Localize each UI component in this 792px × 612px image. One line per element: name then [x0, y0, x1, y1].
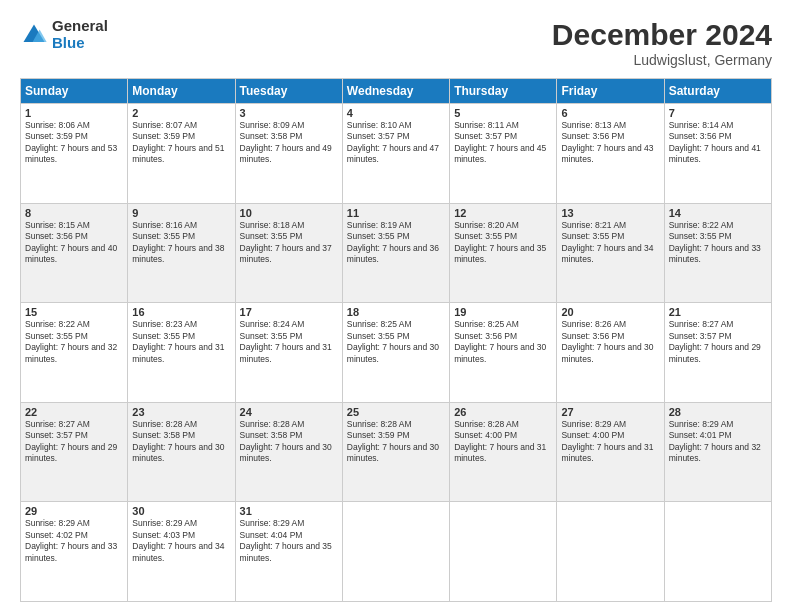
day-number: 6 — [561, 107, 659, 119]
weekday-header-row: Sunday Monday Tuesday Wednesday Thursday… — [21, 79, 772, 104]
day-number: 28 — [669, 406, 767, 418]
calendar-cell: 15Sunrise: 8:22 AMSunset: 3:55 PMDayligh… — [21, 303, 128, 403]
day-info: Sunrise: 8:28 AMSunset: 4:00 PMDaylight:… — [454, 419, 552, 465]
day-info: Sunrise: 8:29 AMSunset: 4:04 PMDaylight:… — [240, 518, 338, 564]
day-info: Sunrise: 8:28 AMSunset: 3:59 PMDaylight:… — [347, 419, 445, 465]
day-number: 7 — [669, 107, 767, 119]
day-number: 23 — [132, 406, 230, 418]
calendar-cell: 30Sunrise: 8:29 AMSunset: 4:03 PMDayligh… — [128, 502, 235, 602]
day-info: Sunrise: 8:22 AMSunset: 3:55 PMDaylight:… — [25, 319, 123, 365]
calendar-cell: 20Sunrise: 8:26 AMSunset: 3:56 PMDayligh… — [557, 303, 664, 403]
day-info: Sunrise: 8:29 AMSunset: 4:02 PMDaylight:… — [25, 518, 123, 564]
header-friday: Friday — [557, 79, 664, 104]
calendar-cell: 7Sunrise: 8:14 AMSunset: 3:56 PMDaylight… — [664, 104, 771, 204]
day-info: Sunrise: 8:28 AMSunset: 3:58 PMDaylight:… — [240, 419, 338, 465]
calendar-cell: 9Sunrise: 8:16 AMSunset: 3:55 PMDaylight… — [128, 203, 235, 303]
day-info: Sunrise: 8:14 AMSunset: 3:56 PMDaylight:… — [669, 120, 767, 166]
day-number: 15 — [25, 306, 123, 318]
calendar-cell: 21Sunrise: 8:27 AMSunset: 3:57 PMDayligh… — [664, 303, 771, 403]
calendar-cell: 22Sunrise: 8:27 AMSunset: 3:57 PMDayligh… — [21, 402, 128, 502]
day-info: Sunrise: 8:09 AMSunset: 3:58 PMDaylight:… — [240, 120, 338, 166]
day-number: 17 — [240, 306, 338, 318]
day-info: Sunrise: 8:23 AMSunset: 3:55 PMDaylight:… — [132, 319, 230, 365]
day-info: Sunrise: 8:24 AMSunset: 3:55 PMDaylight:… — [240, 319, 338, 365]
day-info: Sunrise: 8:19 AMSunset: 3:55 PMDaylight:… — [347, 220, 445, 266]
month-title: December 2024 — [552, 18, 772, 52]
day-number: 3 — [240, 107, 338, 119]
day-number: 1 — [25, 107, 123, 119]
day-number: 24 — [240, 406, 338, 418]
calendar-cell: 23Sunrise: 8:28 AMSunset: 3:58 PMDayligh… — [128, 402, 235, 502]
day-number: 5 — [454, 107, 552, 119]
day-number: 27 — [561, 406, 659, 418]
day-info: Sunrise: 8:18 AMSunset: 3:55 PMDaylight:… — [240, 220, 338, 266]
logo-blue-text: Blue — [52, 35, 108, 52]
day-info: Sunrise: 8:29 AMSunset: 4:01 PMDaylight:… — [669, 419, 767, 465]
day-number: 12 — [454, 207, 552, 219]
day-info: Sunrise: 8:27 AMSunset: 3:57 PMDaylight:… — [25, 419, 123, 465]
calendar-week-row: 15Sunrise: 8:22 AMSunset: 3:55 PMDayligh… — [21, 303, 772, 403]
calendar-cell: 28Sunrise: 8:29 AMSunset: 4:01 PMDayligh… — [664, 402, 771, 502]
day-info: Sunrise: 8:27 AMSunset: 3:57 PMDaylight:… — [669, 319, 767, 365]
day-number: 20 — [561, 306, 659, 318]
header: General Blue December 2024 Ludwigslust, … — [20, 18, 772, 68]
calendar-cell: 1Sunrise: 8:06 AMSunset: 3:59 PMDaylight… — [21, 104, 128, 204]
day-info: Sunrise: 8:10 AMSunset: 3:57 PMDaylight:… — [347, 120, 445, 166]
day-info: Sunrise: 8:21 AMSunset: 3:55 PMDaylight:… — [561, 220, 659, 266]
location: Ludwigslust, Germany — [552, 52, 772, 68]
header-sunday: Sunday — [21, 79, 128, 104]
logo-general-text: General — [52, 18, 108, 35]
calendar-cell — [557, 502, 664, 602]
calendar-cell: 16Sunrise: 8:23 AMSunset: 3:55 PMDayligh… — [128, 303, 235, 403]
calendar-cell: 6Sunrise: 8:13 AMSunset: 3:56 PMDaylight… — [557, 104, 664, 204]
day-number: 26 — [454, 406, 552, 418]
day-info: Sunrise: 8:07 AMSunset: 3:59 PMDaylight:… — [132, 120, 230, 166]
day-info: Sunrise: 8:25 AMSunset: 3:56 PMDaylight:… — [454, 319, 552, 365]
header-saturday: Saturday — [664, 79, 771, 104]
calendar-cell: 25Sunrise: 8:28 AMSunset: 3:59 PMDayligh… — [342, 402, 449, 502]
calendar-cell — [450, 502, 557, 602]
calendar-cell: 3Sunrise: 8:09 AMSunset: 3:58 PMDaylight… — [235, 104, 342, 204]
calendar-cell: 29Sunrise: 8:29 AMSunset: 4:02 PMDayligh… — [21, 502, 128, 602]
calendar-week-row: 29Sunrise: 8:29 AMSunset: 4:02 PMDayligh… — [21, 502, 772, 602]
day-number: 22 — [25, 406, 123, 418]
calendar-cell: 17Sunrise: 8:24 AMSunset: 3:55 PMDayligh… — [235, 303, 342, 403]
day-info: Sunrise: 8:26 AMSunset: 3:56 PMDaylight:… — [561, 319, 659, 365]
day-info: Sunrise: 8:20 AMSunset: 3:55 PMDaylight:… — [454, 220, 552, 266]
day-number: 14 — [669, 207, 767, 219]
logo-icon — [20, 21, 48, 49]
day-number: 13 — [561, 207, 659, 219]
day-info: Sunrise: 8:15 AMSunset: 3:56 PMDaylight:… — [25, 220, 123, 266]
calendar-cell: 14Sunrise: 8:22 AMSunset: 3:55 PMDayligh… — [664, 203, 771, 303]
logo-text: General Blue — [52, 18, 108, 51]
day-number: 31 — [240, 505, 338, 517]
day-number: 19 — [454, 306, 552, 318]
calendar-cell: 13Sunrise: 8:21 AMSunset: 3:55 PMDayligh… — [557, 203, 664, 303]
calendar-cell: 26Sunrise: 8:28 AMSunset: 4:00 PMDayligh… — [450, 402, 557, 502]
calendar-cell: 4Sunrise: 8:10 AMSunset: 3:57 PMDaylight… — [342, 104, 449, 204]
calendar-page: General Blue December 2024 Ludwigslust, … — [0, 0, 792, 612]
calendar-cell: 2Sunrise: 8:07 AMSunset: 3:59 PMDaylight… — [128, 104, 235, 204]
calendar-cell: 11Sunrise: 8:19 AMSunset: 3:55 PMDayligh… — [342, 203, 449, 303]
day-info: Sunrise: 8:29 AMSunset: 4:00 PMDaylight:… — [561, 419, 659, 465]
calendar-cell: 27Sunrise: 8:29 AMSunset: 4:00 PMDayligh… — [557, 402, 664, 502]
day-number: 2 — [132, 107, 230, 119]
day-number: 16 — [132, 306, 230, 318]
title-section: December 2024 Ludwigslust, Germany — [552, 18, 772, 68]
day-number: 4 — [347, 107, 445, 119]
calendar-table: Sunday Monday Tuesday Wednesday Thursday… — [20, 78, 772, 602]
day-info: Sunrise: 8:11 AMSunset: 3:57 PMDaylight:… — [454, 120, 552, 166]
day-info: Sunrise: 8:28 AMSunset: 3:58 PMDaylight:… — [132, 419, 230, 465]
calendar-cell: 19Sunrise: 8:25 AMSunset: 3:56 PMDayligh… — [450, 303, 557, 403]
day-number: 29 — [25, 505, 123, 517]
day-info: Sunrise: 8:29 AMSunset: 4:03 PMDaylight:… — [132, 518, 230, 564]
day-info: Sunrise: 8:22 AMSunset: 3:55 PMDaylight:… — [669, 220, 767, 266]
calendar-week-row: 8Sunrise: 8:15 AMSunset: 3:56 PMDaylight… — [21, 203, 772, 303]
calendar-cell: 5Sunrise: 8:11 AMSunset: 3:57 PMDaylight… — [450, 104, 557, 204]
day-number: 10 — [240, 207, 338, 219]
calendar-cell: 24Sunrise: 8:28 AMSunset: 3:58 PMDayligh… — [235, 402, 342, 502]
calendar-cell: 18Sunrise: 8:25 AMSunset: 3:55 PMDayligh… — [342, 303, 449, 403]
calendar-cell: 8Sunrise: 8:15 AMSunset: 3:56 PMDaylight… — [21, 203, 128, 303]
day-number: 9 — [132, 207, 230, 219]
calendar-cell — [664, 502, 771, 602]
